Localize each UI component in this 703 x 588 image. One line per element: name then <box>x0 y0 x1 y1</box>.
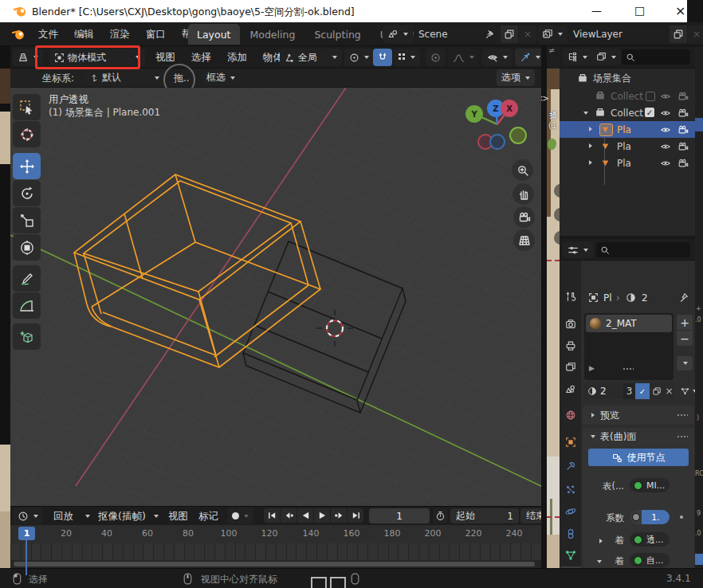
eye-icon[interactable] <box>660 91 671 102</box>
transform-orientation-chip[interactable]: 默认 <box>84 69 164 86</box>
current-frame-badge[interactable]: 1 <box>18 527 35 540</box>
tab-physics-icon[interactable] <box>565 506 576 517</box>
menu-window[interactable]: 窗口 <box>138 24 174 45</box>
camera-visibility-icon[interactable] <box>677 108 689 119</box>
shader1-selector[interactable]: 透... <box>630 532 670 547</box>
grid-view-button[interactable] <box>513 229 535 251</box>
outliner-search-field[interactable] <box>622 49 690 65</box>
panel-grip[interactable] <box>677 414 688 417</box>
user-count-badge[interactable]: 3 <box>623 383 635 399</box>
tab-world-icon[interactable] <box>565 410 576 421</box>
tab-tool-icon[interactable] <box>565 291 576 302</box>
breadcrumb-material[interactable]: 2 <box>642 292 648 304</box>
tab-particles-icon[interactable] <box>565 484 576 496</box>
ghost-camera-button[interactable] <box>554 231 560 245</box>
jump-to-start-button[interactable] <box>264 508 280 523</box>
tool-cursor[interactable] <box>13 121 41 147</box>
scrollbar-thumb[interactable] <box>14 562 535 566</box>
breadcrumb-object[interactable]: Pl <box>603 292 612 304</box>
scene-unlink-button[interactable]: × <box>519 25 536 43</box>
start-frame-field[interactable]: 起始 1 <box>450 508 519 523</box>
auto-key-button[interactable] <box>227 508 253 524</box>
pin-icon[interactable] <box>678 292 689 303</box>
orientation-dropdown[interactable]: 全局 <box>280 49 342 66</box>
outliner-editor-button[interactable] <box>563 49 592 65</box>
surface-shader-selector[interactable]: MI... <box>630 478 670 492</box>
resize-grip[interactable] <box>622 367 634 371</box>
workspace-tab-sculpting[interactable]: Sculpting <box>305 24 369 45</box>
eye-icon[interactable] <box>660 141 671 152</box>
timeline-scrollbar[interactable] <box>10 560 541 568</box>
menu-file[interactable]: 文件 <box>30 24 66 45</box>
outliner-row-collection[interactable]: Collect ✓ <box>560 104 695 121</box>
shader2-selector[interactable]: 自... <box>630 553 670 567</box>
play-reverse-button[interactable] <box>297 508 313 523</box>
menu-add[interactable]: 添加 <box>219 47 255 68</box>
tool-select-box[interactable] <box>13 94 41 120</box>
properties-search-field[interactable] <box>596 242 690 257</box>
properties-editor-button[interactable] <box>563 241 593 258</box>
timeline-editor-button[interactable] <box>13 508 43 524</box>
workspace-tab-modeling[interactable]: Modeling <box>242 24 304 45</box>
slot-specials-button[interactable] <box>677 356 693 370</box>
snap-settings-dropdown[interactable] <box>394 49 420 66</box>
outliner-row-plane[interactable]: Pla <box>560 155 695 171</box>
next-keyframe-button[interactable] <box>331 508 347 523</box>
tool-add-cube[interactable] <box>13 323 41 350</box>
show-visibility-dropdown[interactable] <box>482 49 513 66</box>
tool-transform[interactable] <box>13 234 41 261</box>
navigation-gizmo[interactable]: Y Z X <box>454 92 541 159</box>
pivot-dropdown[interactable] <box>344 49 374 66</box>
eye-icon[interactable] <box>660 108 671 119</box>
menu-playback[interactable]: 回放 <box>45 506 75 527</box>
timeline-tracks[interactable] <box>10 543 541 560</box>
collapse-arrows-icon[interactable]: <> <box>541 94 548 103</box>
tab-scene-icon[interactable] <box>565 384 576 395</box>
tab-viewlayer-icon[interactable] <box>565 362 576 373</box>
panel-grip[interactable] <box>677 435 688 439</box>
eye-icon[interactable] <box>660 124 671 135</box>
select-mode-chip[interactable]: 框选 <box>202 69 240 86</box>
unlink-material-button[interactable]: × <box>663 383 675 399</box>
camera-view-button[interactable] <box>513 206 535 228</box>
ghost-zoom-button[interactable] <box>554 184 560 198</box>
menu-keying[interactable]: 抠像(插帧) <box>90 506 147 527</box>
exclude-checkbox-empty[interactable] <box>646 92 655 101</box>
expander-icon[interactable] <box>589 143 592 148</box>
maximize-button[interactable]: □ <box>634 4 645 17</box>
pan-view-button[interactable] <box>513 183 534 205</box>
exclude-checkbox-checked[interactable]: ✓ <box>645 108 654 117</box>
add-slot-button[interactable]: + <box>677 315 693 330</box>
scene-type-selector[interactable] <box>383 25 413 43</box>
jump-to-end-button[interactable] <box>348 508 363 523</box>
factor-value-field[interactable]: 1. <box>642 510 670 524</box>
playhead[interactable] <box>26 540 27 575</box>
tab-modifiers-icon[interactable] <box>565 461 576 472</box>
proportional-editing-toggle[interactable] <box>426 49 446 66</box>
timeline-ruler[interactable]: 20 40 60 80 100 120 140 160 180 200 220 … <box>10 525 541 543</box>
prev-keyframe-button[interactable] <box>281 508 297 523</box>
material-specials-button[interactable] <box>680 383 695 399</box>
scene-name-field[interactable]: Scene <box>414 25 500 43</box>
surface-panel-header[interactable]: 表(曲)面 <box>583 428 694 445</box>
menu-select[interactable]: 选择 <box>183 47 219 68</box>
play-button[interactable] <box>314 508 330 523</box>
ghost-pan-button[interactable] <box>554 208 560 221</box>
scene-new-button[interactable] <box>501 25 518 43</box>
tool-annotate[interactable] <box>13 265 41 292</box>
pin-icon[interactable] <box>485 29 495 40</box>
outliner-display-mode-button[interactable] <box>591 49 621 65</box>
expander-icon[interactable] <box>583 112 588 115</box>
viewlayer-name-field[interactable]: ViewLayer <box>568 25 669 43</box>
workspace-tab-layout[interactable]: Layout <box>188 24 240 45</box>
camera-visibility-icon[interactable] <box>677 91 689 102</box>
outliner-row-plane-selected[interactable]: Pla <box>560 121 695 138</box>
remove-slot-button[interactable]: − <box>677 331 693 346</box>
tab-output-icon[interactable] <box>565 340 576 351</box>
fake-user-shield-button[interactable]: ✓ <box>635 383 650 399</box>
outliner-row-plane[interactable]: Pla <box>560 138 695 155</box>
preview-panel-header[interactable]: 预览 <box>583 406 694 425</box>
outliner-row-collection-excluded[interactable]: Collect <box>560 88 695 104</box>
tab-object-data-icon[interactable] <box>565 550 576 561</box>
tab-object-icon[interactable] <box>565 437 576 448</box>
